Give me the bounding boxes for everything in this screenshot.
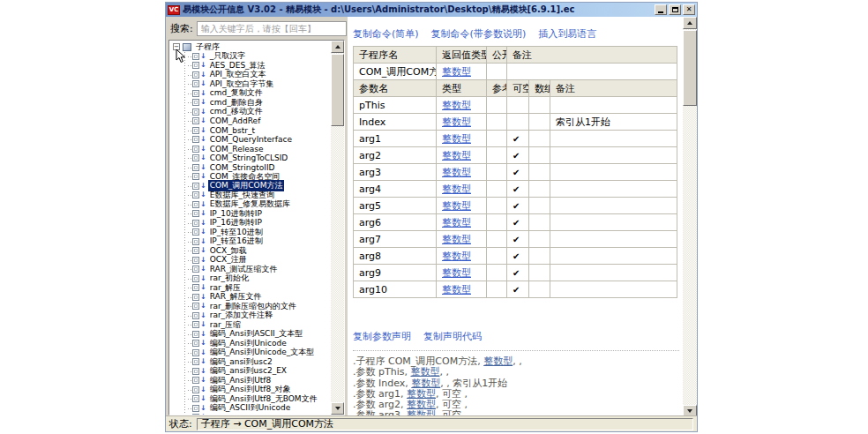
- arrow-down-icon: ↓: [200, 80, 206, 87]
- scroll-down-button[interactable]: [331, 402, 344, 415]
- minimize-button[interactable]: [655, 4, 667, 15]
- arrow-down-icon: ↓: [200, 210, 206, 217]
- titlebar[interactable]: VC 易模块公开信息 V3.02 - 精易模块 - d:\Users\Admin…: [166, 3, 697, 17]
- subroutine-icon: [192, 164, 199, 171]
- subroutine-icon: [192, 331, 199, 338]
- decl-type-link[interactable]: 整数型: [410, 366, 439, 378]
- arrow-down-icon: ↓: [200, 368, 206, 375]
- scroll-up-button[interactable]: [683, 17, 697, 29]
- tree-item[interactable]: ↓ COM_Release: [173, 145, 331, 154]
- param-nullable-cell: [507, 114, 529, 131]
- tree-root[interactable]: − 子程序: [173, 42, 331, 52]
- declaration-link[interactable]: 复制声明代码: [423, 330, 482, 343]
- tree-item[interactable]: ↓ RAR_测试压缩文件: [173, 265, 331, 274]
- close-button[interactable]: ✕: [683, 4, 695, 15]
- tree-item[interactable]: ↓ rar_添加文件注释: [173, 311, 331, 321]
- tree-item[interactable]: ↓ IP_转至16进制: [173, 237, 331, 247]
- decl-text: , 可空 ,: [436, 388, 468, 400]
- arrow-down-icon: ↓: [200, 71, 206, 79]
- return-type-link[interactable]: 整数型: [442, 66, 471, 78]
- subroutine-icon: [192, 117, 199, 124]
- search-input[interactable]: [197, 21, 347, 36]
- subroutine-icon: [192, 275, 199, 282]
- param-type-link[interactable]: 整数型: [442, 267, 471, 279]
- mouse-cursor: [176, 49, 186, 64]
- param-remark-cell: [550, 248, 677, 265]
- subroutine-icon: [192, 220, 199, 227]
- param-type-link[interactable]: 整数型: [442, 284, 471, 296]
- tree-scrollbar-thumb[interactable]: [331, 54, 344, 126]
- param-type-link[interactable]: 整数型: [442, 200, 471, 212]
- status-label: 状态:: [169, 417, 192, 430]
- declaration-link[interactable]: 复制参数声明: [353, 330, 411, 343]
- param-row: pThis 整数型: [354, 97, 677, 114]
- arrow-down-icon: ↓: [200, 294, 206, 301]
- param-name: Index: [354, 114, 437, 131]
- subroutine-icon: [192, 368, 199, 375]
- subroutine-icon: [192, 377, 199, 384]
- param-type-link[interactable]: 整数型: [442, 150, 471, 161]
- param-row: arg8 整数型 ✔: [354, 248, 677, 265]
- public-cell: [487, 64, 507, 80]
- decl-type-link[interactable]: 整数型: [483, 355, 513, 367]
- decl-type-link[interactable]: 整数型: [407, 388, 436, 400]
- tree-item[interactable]: ↓ 编码_ASCII到Unicode: [173, 404, 331, 414]
- param-type-link[interactable]: 整数型: [442, 116, 471, 128]
- tree-item[interactable]: ↓ COM_QueryInterface: [173, 135, 331, 145]
- param-type-link[interactable]: 整数型: [442, 234, 471, 245]
- header-public: 公开: [487, 47, 507, 64]
- tree-item[interactable]: ↓ COM_bstr_t: [173, 126, 331, 136]
- command-link[interactable]: 复制命令(简单): [353, 27, 419, 41]
- param-name: arg9: [354, 265, 437, 281]
- scroll-up-button[interactable]: [331, 41, 344, 53]
- parameter-table: 子程序名 返回值类型 公开 备注 COM_调用COM方法 整数型 参数名 类型: [353, 46, 677, 298]
- subroutine-icon: [192, 312, 199, 319]
- decl-type-link[interactable]: 整数型: [407, 399, 436, 410]
- subroutine-icon: [192, 183, 199, 190]
- subroutine-icon: [192, 340, 199, 347]
- subroutine-icon: [192, 294, 199, 301]
- tree-item[interactable]: ↓ COM_StringToCLSID: [173, 153, 331, 163]
- arrow-down-icon: ↓: [200, 414, 206, 415]
- command-link[interactable]: 插入到易语言: [538, 27, 596, 41]
- subroutine-icon: [192, 395, 199, 402]
- maximize-button[interactable]: [669, 4, 681, 15]
- tree-item[interactable]: ↓ OCX_卸载: [173, 246, 331, 256]
- decl-type-link[interactable]: 整数型: [411, 378, 440, 389]
- subroutine-icon: [192, 127, 199, 134]
- tree-scrollbar[interactable]: [331, 41, 344, 415]
- subroutine-icon: [192, 108, 199, 116]
- param-array-cell: [529, 231, 550, 248]
- subroutine-name: COM_调用COM方法: [354, 64, 437, 80]
- tree-item[interactable]: ↓: [173, 413, 331, 415]
- decl-text: .参数 arg2,: [353, 399, 407, 410]
- tree-item[interactable]: ↓ cmd_移动文件: [173, 108, 331, 117]
- param-name: arg10: [354, 281, 437, 298]
- param-type-link[interactable]: 整数型: [442, 133, 471, 145]
- param-remark-cell: [550, 131, 677, 147]
- tree-item[interactable]: ↓ COM_AddRef: [173, 116, 331, 126]
- detail-scrollbar[interactable]: [683, 17, 697, 417]
- param-array-cell: [529, 214, 550, 231]
- command-link[interactable]: 复制命令(带参数说明): [431, 27, 527, 41]
- param-type-link[interactable]: 整数型: [442, 167, 471, 178]
- param-name: arg2: [354, 147, 437, 164]
- header-sub-name: 子程序名: [354, 47, 437, 64]
- subroutine-icon: [192, 154, 199, 161]
- app-window: VC 易模块公开信息 V3.02 - 精易模块 - d:\Users\Admin…: [165, 2, 698, 432]
- param-type-link[interactable]: 整数型: [442, 251, 471, 262]
- param-type-link[interactable]: 整数型: [442, 100, 471, 111]
- decl-text: .参数 pThis,: [353, 366, 410, 378]
- param-type-link[interactable]: 整数型: [442, 183, 471, 195]
- arrow-down-icon: ↓: [200, 275, 206, 282]
- param-type-link[interactable]: 整数型: [442, 217, 471, 228]
- decl-text: , 可空 ,: [436, 399, 468, 410]
- detail-scrollbar-thumb[interactable]: [683, 30, 697, 106]
- subroutine-icon: [192, 284, 199, 291]
- triangle-up-icon: [335, 45, 340, 49]
- tree-item-label: COM_bstr_t: [208, 126, 257, 135]
- declaration-block: .子程序 COM_调用COM方法, 整数型, , .参数 pThis, 整数型,…: [353, 356, 683, 417]
- tree-item[interactable]: ↓ rar_初始化: [173, 274, 331, 284]
- arrow-down-icon: ↓: [200, 164, 206, 171]
- arrow-down-icon: ↓: [200, 108, 206, 116]
